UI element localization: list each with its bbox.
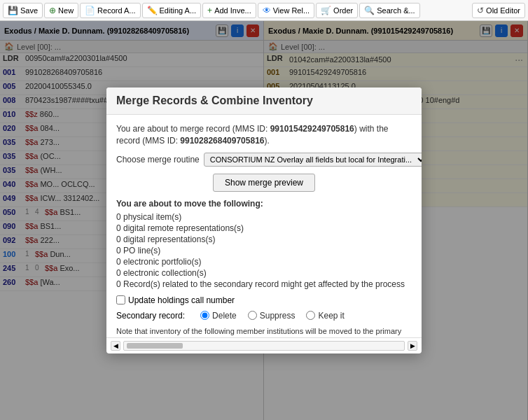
save-icon: 💾 (8, 6, 18, 15)
search-icon: 🔍 (364, 6, 375, 15)
new-icon: ⊕ (49, 6, 56, 15)
radio-delete-option[interactable]: Delete (200, 311, 237, 321)
modal-title: Merge Records & Combine Inventory (106, 88, 422, 115)
routine-label: Choose merge routine (116, 155, 200, 164)
view-rel-button[interactable]: 👁 View Rel... (258, 3, 314, 18)
save-button[interactable]: 💾 Save (3, 3, 43, 18)
merge-modal: Merge Records & Combine Inventory You ar… (106, 88, 422, 354)
radio-suppress-option[interactable]: Suppress (248, 311, 296, 321)
add-inv-button[interactable]: + Add Inve... (202, 3, 256, 18)
radio-delete[interactable] (200, 311, 209, 320)
move-item-5: 0 electronic portfolio(s) (116, 256, 412, 267)
order-button[interactable]: 🛒 Order (316, 3, 358, 18)
show-merge-preview-button[interactable]: Show merge preview (213, 174, 315, 192)
refresh-icon: ↺ (477, 6, 484, 15)
update-holdings-row: Update holdings call number (116, 295, 412, 305)
modal-overlay: Merge Records & Combine Inventory You ar… (0, 21, 528, 420)
horizontal-scrollbar[interactable] (123, 341, 405, 351)
move-item-6: 0 electronic collection(s) (116, 267, 412, 279)
scroll-left-btn[interactable]: ◀ (111, 341, 120, 351)
move-label: You are about to move the following: (116, 199, 412, 209)
move-item-3: 0 digital representations(s) (116, 234, 412, 245)
radio-keep[interactable] (306, 311, 315, 320)
modal-body[interactable]: You are about to merge record (MMS ID: 9… (106, 115, 422, 337)
routine-select[interactable]: CONSORTIUM NZ Overlay all fields but loc… (204, 153, 422, 167)
order-icon: 🛒 (321, 6, 331, 15)
secondary-record-label: Secondary record: (116, 311, 185, 321)
secondary-record-row: Secondary record: Delete Suppress Keep i… (116, 311, 412, 321)
radio-keep-option[interactable]: Keep it (306, 311, 344, 321)
new-button[interactable]: ⊕ New (44, 3, 78, 18)
panels: Exodus / Maxie D. Dunnam. (9910282684097… (0, 21, 528, 420)
modal-intro-text: You are about to merge record (MMS ID: 9… (116, 123, 412, 147)
add-icon: + (207, 6, 212, 15)
editing-icon: ✏️ (147, 6, 158, 15)
scroll-right-btn[interactable]: ▶ (408, 341, 417, 351)
record-icon: 📄 (85, 6, 95, 15)
move-item-2: 0 digital remote representations(s) (116, 223, 412, 234)
search-button[interactable]: 🔍 Search &... (359, 3, 419, 18)
note-text: Note that inventory of the following mem… (116, 326, 412, 337)
move-item-7: 0 Record(s) related to the secondary rec… (116, 279, 412, 290)
move-item-1: 0 physical item(s) (116, 211, 412, 223)
radio-suppress[interactable] (248, 311, 257, 320)
view-icon: 👁 (263, 6, 271, 15)
editing-button[interactable]: ✏️ Editing A... (142, 3, 202, 18)
update-holdings-label: Update holdings call number (128, 295, 235, 305)
modal-footer: ◀ ▶ (106, 337, 422, 354)
move-item-4: 0 PO line(s) (116, 245, 412, 256)
toolbar: 💾 Save ⊕ New 📄 Record A... ✏️ Editing A.… (0, 0, 528, 21)
update-holdings-checkbox[interactable] (116, 295, 125, 304)
scrollbar-thumb (127, 343, 183, 349)
record-button[interactable]: 📄 Record A... (80, 3, 140, 18)
routine-row: Choose merge routine CONSORTIUM NZ Overl… (116, 153, 412, 167)
old-editor-button[interactable]: ↺ Old Editor (472, 3, 525, 18)
move-section: You are about to move the following: 0 p… (116, 199, 412, 290)
